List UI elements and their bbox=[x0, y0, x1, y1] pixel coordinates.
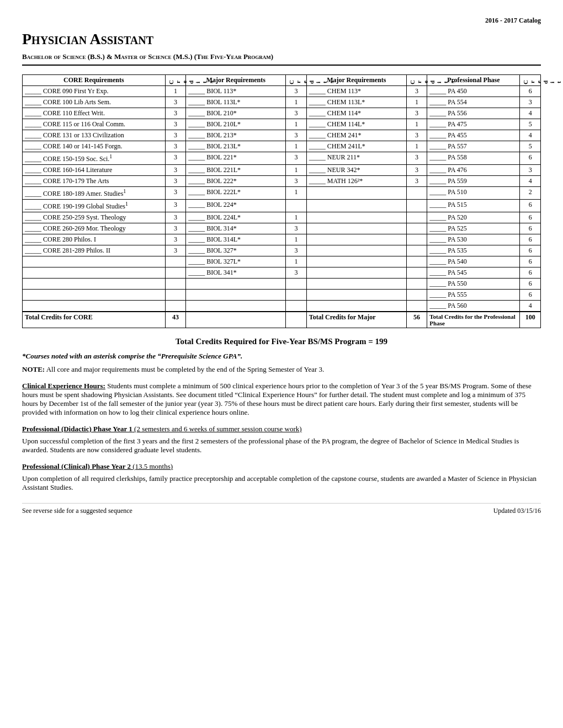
major2-course: _____ CHEM 241L* bbox=[306, 141, 406, 152]
major2-credit bbox=[406, 234, 427, 245]
prof-credit: 6 bbox=[520, 200, 541, 212]
phase2-section: Professional (Clinical) Phase Year 2 (13… bbox=[22, 462, 541, 492]
prof-course: _____ PA 525 bbox=[427, 223, 520, 234]
major1-credit bbox=[286, 290, 307, 301]
table-row: _____ CORE 190-199 Global Studies13_____… bbox=[23, 200, 541, 212]
table-row: _____ CORE 110 Effect Writ.3_____ BIOL 2… bbox=[23, 108, 541, 119]
table-row: _____ CORE 090 First Yr Exp.1_____ BIOL … bbox=[23, 86, 541, 97]
core-header: CORE Requirements bbox=[23, 75, 166, 86]
major2-credit: 3 bbox=[406, 130, 427, 141]
prof-credit: 6 bbox=[520, 267, 541, 279]
prof-course: _____ PA 515 bbox=[427, 200, 520, 212]
table-row: _____ PA 5604 bbox=[23, 301, 541, 312]
page-title: Physician Assistant bbox=[22, 30, 541, 48]
major2-course bbox=[306, 301, 406, 312]
major2-credit: 3 bbox=[406, 152, 427, 165]
prof-course: _____ PA 545 bbox=[427, 267, 520, 279]
phase2-heading: Professional (Clinical) Phase Year 2 (13… bbox=[22, 462, 541, 471]
prof-course: _____ PA 450 bbox=[427, 86, 520, 97]
total-prof-label: Total Credits for the Professional Phase bbox=[427, 312, 520, 328]
table-row: _____ CORE 150-159 Soc. Sci.13_____ BIOL… bbox=[23, 152, 541, 165]
major1-course: _____ BIOL 222L* bbox=[186, 187, 286, 200]
catalog-year: 2016 - 2017 Catalog bbox=[22, 17, 541, 25]
prof-course: _____ PA 557 bbox=[427, 141, 520, 152]
major2-credit bbox=[406, 200, 427, 212]
total-major2-label: Total Credits for Major bbox=[306, 312, 406, 328]
major1-course: _____ BIOL 221L* bbox=[186, 165, 286, 176]
major2-credit bbox=[406, 256, 427, 267]
prof-credit: 6 bbox=[520, 245, 541, 256]
core-course bbox=[23, 279, 166, 290]
core-course: _____ CORE 170-179 The Arts bbox=[23, 176, 166, 187]
major1-credit: 1 bbox=[286, 141, 307, 152]
major1-credit: 3 bbox=[286, 176, 307, 187]
prof-credit: 5 bbox=[520, 119, 541, 130]
table-row: _____ CORE 100 Lib Arts Sem.3_____ BIOL … bbox=[23, 97, 541, 108]
core-credit: 3 bbox=[165, 119, 186, 130]
major1-credit: 3 bbox=[286, 245, 307, 256]
prof-course: _____ PA 559 bbox=[427, 176, 520, 187]
major2-credit bbox=[406, 290, 427, 301]
prof-credit: 4 bbox=[520, 108, 541, 119]
prof-course: _____ PA 554 bbox=[427, 97, 520, 108]
major1-course: _____ BIOL 224* bbox=[186, 200, 286, 212]
major2-credit bbox=[406, 187, 427, 200]
table-row: _____ CORE 160-164 Literature3_____ BIOL… bbox=[23, 165, 541, 176]
major2-course: _____ CHEM 241* bbox=[306, 130, 406, 141]
major2-course: _____ MATH 126²* bbox=[306, 176, 406, 187]
core-credit: 3 bbox=[165, 176, 186, 187]
core-course bbox=[23, 301, 166, 312]
prof-header: Professional Phase bbox=[427, 75, 520, 86]
core-credit: 3 bbox=[165, 165, 186, 176]
core-course: _____ CORE 115 or 116 Oral Comm. bbox=[23, 119, 166, 130]
footer-left: See reverse side for a suggested sequenc… bbox=[22, 507, 132, 515]
major1-course: _____ BIOL 224L* bbox=[186, 212, 286, 223]
major1-course bbox=[186, 301, 286, 312]
table-row: _____ CORE 115 or 116 Oral Comm.3_____ B… bbox=[23, 119, 541, 130]
prof-course: _____ PA 540 bbox=[427, 256, 520, 267]
prof-course: _____ PA 530 bbox=[427, 234, 520, 245]
phase1-text: Upon successful completion of the first … bbox=[22, 437, 541, 454]
major2-credit bbox=[406, 212, 427, 223]
core-credit: 3 bbox=[165, 141, 186, 152]
note-line: NOTE: All core and major requirements mu… bbox=[22, 365, 541, 374]
core-credit: 3 bbox=[165, 187, 186, 200]
core-credit: 3 bbox=[165, 223, 186, 234]
major2-credit: 3 bbox=[406, 165, 427, 176]
major2-course bbox=[306, 212, 406, 223]
prof-course: _____ PA 558 bbox=[427, 152, 520, 165]
core-course: _____ CORE 250-259 Syst. Theology bbox=[23, 212, 166, 223]
core-credit: 3 bbox=[165, 152, 186, 165]
core-course bbox=[23, 267, 166, 279]
major2-course: _____ NEUR 342* bbox=[306, 165, 406, 176]
major1-course: _____ BIOL 213L* bbox=[186, 141, 286, 152]
major2-credit: 1 bbox=[406, 97, 427, 108]
major2-course: _____ NEUR 211* bbox=[306, 152, 406, 165]
footer: See reverse side for a suggested sequenc… bbox=[22, 503, 541, 515]
core-credit: 3 bbox=[165, 108, 186, 119]
major1-course bbox=[186, 290, 286, 301]
prof-course: _____ PA 555 bbox=[427, 290, 520, 301]
major2-credit bbox=[406, 223, 427, 234]
total-major2-credits: 56 bbox=[406, 312, 427, 328]
core-credit: 3 bbox=[165, 97, 186, 108]
major1-course: _____ BIOL 210L* bbox=[186, 119, 286, 130]
major1-credit: 3 bbox=[286, 86, 307, 97]
major2-course: _____ CHEM 114* bbox=[306, 108, 406, 119]
core-credit bbox=[165, 290, 186, 301]
major1-course: _____ BIOL 113* bbox=[186, 86, 286, 97]
major1-course: _____ BIOL 210* bbox=[186, 108, 286, 119]
prof-credit: 6 bbox=[520, 256, 541, 267]
prof-course: _____ PA 510 bbox=[427, 187, 520, 200]
prof-credit: 3 bbox=[520, 97, 541, 108]
footer-right: Updated 03/15/16 bbox=[493, 507, 541, 515]
core-course: _____ CORE 180-189 Amer. Studies1 bbox=[23, 187, 166, 200]
major2-course: _____ CHEM 113L* bbox=[306, 97, 406, 108]
table-row: _____ CORE 280 Philos. I3_____ BIOL 314L… bbox=[23, 234, 541, 245]
phase1-section: Professional (Didactic) Phase Year 1 (2 … bbox=[22, 425, 541, 454]
major2-course bbox=[306, 245, 406, 256]
prof-credit: 4 bbox=[520, 130, 541, 141]
core-course: _____ CORE 131 or 133 Civilization bbox=[23, 130, 166, 141]
asterisk-note: *Courses noted with an asterisk comprise… bbox=[22, 352, 541, 361]
core-credit bbox=[165, 267, 186, 279]
